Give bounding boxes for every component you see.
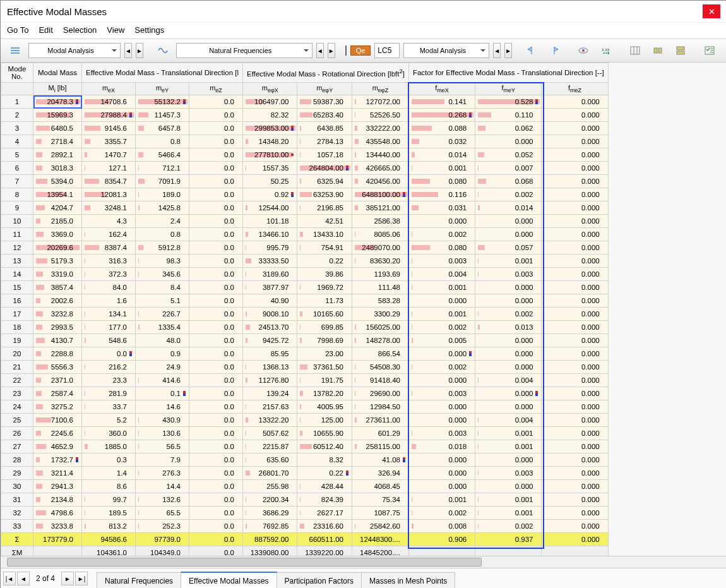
close-button[interactable]: ✕: [703, 4, 720, 18]
cell[interactable]: 0.0: [189, 201, 243, 215]
cell[interactable]: 0.003: [408, 427, 475, 440]
cell[interactable]: 0.0: [189, 493, 243, 507]
col-mode[interactable]: [1, 83, 33, 95]
flag-right-icon[interactable]: [545, 43, 564, 58]
cell[interactable]: 0.068: [475, 175, 542, 188]
cell[interactable]: 8085.06: [352, 228, 408, 241]
cell[interactable]: 0.002: [408, 321, 475, 334]
cell[interactable]: 3355.7: [82, 135, 136, 148]
cell[interactable]: 13322.20: [243, 414, 297, 427]
cell[interactable]: 20478.3: [33, 95, 82, 109]
cell[interactable]: 42.51: [297, 215, 352, 228]
cell[interactable]: 0.007: [475, 162, 542, 175]
cell[interactable]: 430.9: [136, 414, 189, 427]
cell[interactable]: 10165.60: [297, 308, 352, 321]
cell[interactable]: 4798.6: [33, 507, 82, 520]
menu-edit[interactable]: Edit: [39, 25, 52, 35]
cell[interactable]: 8387.4: [82, 241, 136, 255]
cell[interactable]: 0.000: [408, 467, 475, 480]
cell[interactable]: 0.002: [475, 188, 542, 201]
cell[interactable]: 63253.90: [297, 188, 352, 201]
list-check-icon[interactable]: [700, 43, 719, 58]
cell[interactable]: 0.0: [82, 347, 136, 361]
cell[interactable]: 0.000: [475, 334, 542, 347]
col-group-3[interactable]: Effective Modal Mass - Rotational Direct…: [243, 63, 409, 83]
cell[interactable]: 0.004: [408, 268, 475, 281]
cell[interactable]: 0.000: [408, 453, 475, 467]
cell[interactable]: 1087.75: [352, 507, 408, 520]
cell[interactable]: 0.003: [475, 467, 542, 480]
cell[interactable]: 3319.0: [33, 268, 82, 281]
cell[interactable]: 2892.1: [33, 148, 82, 162]
freq-icon[interactable]: [153, 43, 172, 58]
cell[interactable]: 40.90: [243, 294, 297, 308]
cell[interactable]: 0.0: [189, 215, 243, 228]
cell[interactable]: 360.0: [82, 427, 136, 440]
cell[interactable]: 0.22: [297, 255, 352, 268]
cell[interactable]: 130.6: [136, 427, 189, 440]
cell[interactable]: 1.4: [82, 467, 136, 480]
cell[interactable]: 14708.6: [82, 95, 136, 109]
cell[interactable]: 299853.00: [243, 122, 297, 135]
cell[interactable]: 0.0: [189, 321, 243, 334]
cell[interactable]: 10655.90: [297, 427, 352, 440]
cell[interactable]: 4130.7: [33, 334, 82, 347]
cell[interactable]: 7.9: [136, 453, 189, 467]
cell[interactable]: 2157.63: [243, 400, 297, 414]
cell[interactable]: 0.0: [189, 188, 243, 201]
cell[interactable]: 0.000: [542, 109, 608, 122]
col-f_meZ[interactable]: fmeZ: [542, 83, 608, 95]
cell[interactable]: 332222.00: [352, 122, 408, 135]
cell[interactable]: 0.0: [189, 241, 243, 255]
cell[interactable]: 12544.00: [243, 201, 297, 215]
cell[interactable]: 0.003: [475, 268, 542, 281]
cell[interactable]: 0.001: [475, 493, 542, 507]
mode-cell[interactable]: 10: [1, 215, 33, 228]
col-m_eY[interactable]: meY: [136, 83, 189, 95]
cell[interactable]: 127.1: [82, 162, 136, 175]
cell[interactable]: 0.000: [542, 188, 608, 201]
mode-cell[interactable]: 21: [1, 361, 33, 374]
cell[interactable]: 83630.20: [352, 255, 408, 268]
cell[interactable]: 0.000: [542, 374, 608, 387]
cell[interactable]: 8.6: [82, 480, 136, 493]
cell[interactable]: 191.75: [297, 374, 352, 387]
cell[interactable]: 0.000: [542, 268, 608, 281]
cell[interactable]: 2215.87: [243, 440, 297, 453]
mode-cell[interactable]: 5: [1, 148, 33, 162]
cell[interactable]: 0.000: [542, 162, 608, 175]
mode-cell[interactable]: 7: [1, 175, 33, 188]
summary-cell[interactable]: [475, 546, 542, 556]
summary-cell[interactable]: 1339080.00: [243, 546, 297, 556]
cell[interactable]: 5.1: [136, 294, 189, 308]
cell[interactable]: 14348.20: [243, 135, 297, 148]
cell[interactable]: 252.3: [136, 520, 189, 533]
cell[interactable]: 29690.00: [352, 387, 408, 400]
cell[interactable]: 13433.10: [297, 228, 352, 241]
cell[interactable]: 0.000: [542, 480, 608, 493]
summary-cell[interactable]: 104349.0: [136, 546, 189, 556]
cell[interactable]: 0.000: [475, 453, 542, 467]
cell[interactable]: 264804.00: [297, 162, 352, 175]
layout2-icon[interactable]: [671, 43, 690, 58]
cell[interactable]: 189.0: [136, 188, 189, 201]
pager-prev-button[interactable]: ◄: [17, 572, 30, 585]
columns-icon[interactable]: [626, 43, 645, 58]
cell[interactable]: 0.000: [408, 400, 475, 414]
cell[interactable]: 0.0: [189, 361, 243, 374]
cell[interactable]: 0.0: [189, 175, 243, 188]
cell[interactable]: 0.080: [408, 175, 475, 188]
cell[interactable]: 134440.00: [352, 148, 408, 162]
cell[interactable]: 23.00: [297, 347, 352, 361]
mode-cell[interactable]: 13: [1, 255, 33, 268]
cell[interactable]: 82.32: [243, 109, 297, 122]
cell[interactable]: 3369.0: [33, 228, 82, 241]
cell[interactable]: 0.141: [408, 95, 475, 109]
cell[interactable]: 106497.00: [243, 95, 297, 109]
cell[interactable]: 98.3: [136, 255, 189, 268]
col-group-2[interactable]: Effective Modal Mass - Translational Dir…: [82, 63, 243, 83]
cell[interactable]: 7998.69: [297, 334, 352, 347]
cell[interactable]: 0.0: [189, 268, 243, 281]
cell[interactable]: 277810.00: [243, 148, 297, 162]
cell[interactable]: 316.3: [82, 255, 136, 268]
